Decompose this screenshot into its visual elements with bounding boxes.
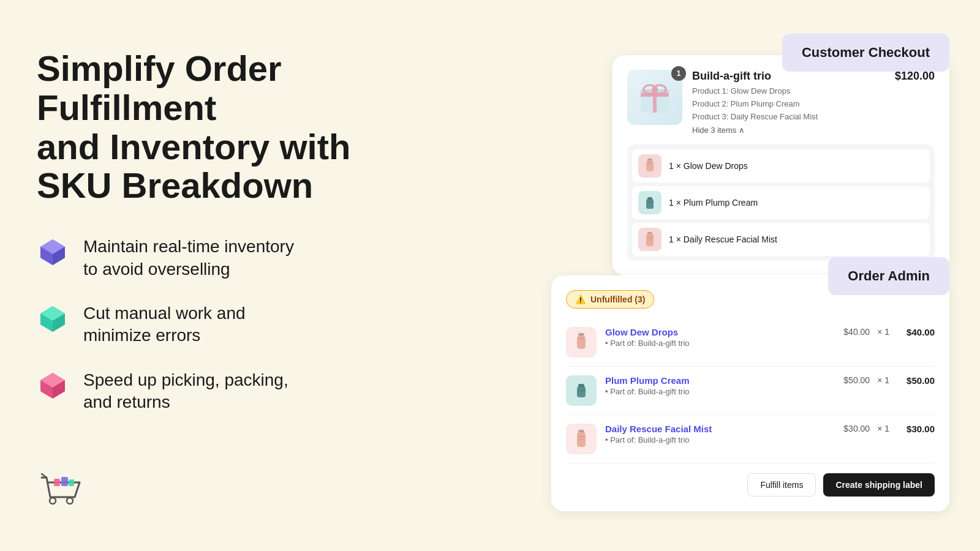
cube-pink-icon (37, 369, 69, 403)
cube-purple-icon (37, 236, 69, 270)
product-3: Product 3: Daily Rescue Facial Mist (692, 111, 885, 124)
heading-line3: SKU Breakdown (37, 165, 313, 205)
order-card: 1 Build-a-gift trio Product 1: Glow Dew … (612, 55, 949, 276)
hide-items-label: Hide 3 items (692, 126, 736, 135)
sku-thumb-daily-rescue (638, 228, 662, 251)
bundle-price: $120.00 (895, 70, 935, 83)
fulfillment-actions: Fulfill items Create shipping label (566, 473, 935, 497)
bundle-badge: 1 (671, 66, 686, 81)
sku-thumb-glow-dew (638, 154, 662, 178)
customer-checkout-button[interactable]: Customer Checkout (782, 34, 949, 72)
fulfillment-item: Daily Rescue Facial Mist • Part of: Buil… (566, 415, 935, 463)
fulfillment-item-part: • Part of: Build-a-gift trio (605, 339, 835, 348)
fulfillment-item-name: Plum Plump Cream (605, 375, 835, 386)
svg-point-11 (652, 86, 658, 92)
order-card-header: 1 Build-a-gift trio Product 1: Glow Dew … (627, 70, 935, 135)
unfulfilled-badge-text: Unfulfilled (3) (590, 294, 645, 304)
feature-list: Maintain real-time inventoryto avoid ove… (37, 236, 392, 413)
order-admin-label: Order Admin (848, 268, 930, 283)
svg-rect-14 (647, 162, 652, 163)
fulfillment-item-details: Daily Rescue Facial Mist • Part of: Buil… (605, 424, 835, 444)
svg-rect-15 (646, 199, 654, 209)
svg-rect-24 (578, 338, 584, 339)
checkout-button-label: Customer Checkout (802, 45, 930, 60)
unfulfilled-badge: ⚠️ Unfulfilled (3) (566, 290, 654, 309)
fulfillment-thumb-glow (566, 327, 597, 358)
fulfillment-item-details: Glow Dew Drops • Part of: Build-a-gift t… (605, 327, 835, 348)
fulfillment-item-total: $30.00 (898, 424, 935, 434)
chevron-up-icon: ∧ (739, 126, 745, 135)
fulfill-items-label: Fulfill items (760, 480, 803, 490)
svg-rect-31 (578, 439, 584, 440)
sku-item: 1 × Glow Dew Drops (632, 149, 930, 182)
unit-price: $50.00 (843, 375, 870, 385)
cube-teal-icon (37, 302, 69, 337)
sku-label-glow: 1 × Glow Dew Drops (669, 161, 748, 171)
fulfillment-card: ⚠️ Unfulfilled (3) Glow Dew Drops • Part… (551, 276, 949, 511)
fulfillment-item-part: • Part of: Build-a-gift trio (605, 387, 835, 396)
warning-icon: ⚠️ (575, 294, 586, 304)
feature-item-speed: Speed up picking, packing,and returns (37, 369, 392, 414)
svg-rect-23 (577, 335, 586, 349)
svg-rect-0 (54, 479, 60, 486)
product-2: Product 2: Plum Plump Cream (692, 98, 885, 111)
part-of-label: Part of: Build-a-gift trio (610, 435, 689, 444)
svg-rect-2 (69, 479, 74, 486)
svg-rect-17 (647, 201, 653, 203)
unit-price: $30.00 (843, 424, 870, 433)
create-label-text: Create shipping label (835, 480, 922, 490)
qty: × 1 (877, 327, 889, 337)
cart-icon (37, 465, 86, 514)
fulfillment-item-name: Daily Rescue Facial Mist (605, 424, 835, 434)
fulfillment-item-details: Plum Plump Cream • Part of: Build-a-gift… (605, 375, 835, 396)
fulfill-items-button[interactable]: Fulfill items (747, 473, 816, 497)
sku-thumb-plum-cream (638, 191, 662, 214)
product-1: Product 1: Glow Dew Drops (692, 85, 885, 98)
sku-items: 1 × Glow Dew Drops 1 × Plum Plump Cream (627, 144, 935, 261)
svg-rect-21 (647, 239, 652, 241)
left-panel: Simplify Order Fulfillment and Inventory… (37, 49, 392, 414)
svg-rect-30 (578, 436, 584, 437)
unit-price: $40.00 (843, 327, 870, 337)
fulfillment-item-price-col: $40.00 × 1 (843, 327, 889, 337)
svg-point-3 (50, 498, 56, 504)
svg-rect-13 (646, 160, 654, 171)
part-of-label: Part of: Build-a-gift trio (610, 387, 689, 396)
svg-point-4 (67, 498, 73, 504)
sku-item: 1 × Plum Plump Cream (632, 186, 930, 219)
order-card-details: Build-a-gift trio Product 1: Glow Dew Dr… (692, 70, 885, 135)
qty: × 1 (877, 375, 889, 385)
sku-label-rescue: 1 × Daily Rescue Facial Mist (669, 234, 777, 244)
part-of-label: Part of: Build-a-gift trio (610, 339, 689, 348)
hide-items-button[interactable]: Hide 3 items ∧ (692, 126, 745, 135)
bundle-name: Build-a-gift trio (692, 70, 885, 83)
bundle-products: Product 1: Glow Dew Drops Product 2: Plu… (692, 85, 885, 123)
fulfillment-item-total: $40.00 (898, 327, 935, 337)
svg-rect-16 (647, 197, 652, 200)
fulfillment-thumb-rescue (566, 424, 597, 454)
fulfillment-item-name: Glow Dew Drops (605, 327, 835, 337)
create-shipping-label-button[interactable]: Create shipping label (823, 473, 935, 497)
order-admin-button[interactable]: Order Admin (828, 257, 949, 295)
fulfillment-item-part: • Part of: Build-a-gift trio (605, 435, 835, 444)
heading-line2: and Inventory with (37, 127, 350, 167)
svg-rect-27 (578, 390, 585, 391)
fulfillment-item: Glow Dew Drops • Part of: Build-a-gift t… (566, 318, 935, 367)
qty: × 1 (877, 424, 889, 433)
svg-rect-20 (647, 237, 652, 238)
feature-item-inventory: Maintain real-time inventoryto avoid ove… (37, 236, 392, 280)
fulfillment-item-price-col: $30.00 × 1 (843, 424, 889, 433)
svg-rect-8 (641, 93, 669, 97)
heading-line1: Simplify Order Fulfillment (37, 48, 282, 127)
feature-text-speed: Speed up picking, packing,and returns (83, 369, 288, 414)
fulfillment-item-price-col: $50.00 × 1 (843, 375, 889, 385)
fulfillment-thumb-plum (566, 375, 597, 406)
svg-rect-26 (578, 384, 584, 388)
feature-item-manual: Cut manual work andminimize errors (37, 302, 392, 347)
main-heading: Simplify Order Fulfillment and Inventory… (37, 49, 392, 205)
fulfillment-item: Plum Plump Cream • Part of: Build-a-gift… (566, 367, 935, 415)
feature-text-manual: Cut manual work andminimize errors (83, 302, 246, 347)
sku-item: 1 × Daily Rescue Facial Mist (632, 223, 930, 256)
svg-rect-1 (61, 477, 68, 486)
svg-rect-25 (577, 386, 586, 397)
